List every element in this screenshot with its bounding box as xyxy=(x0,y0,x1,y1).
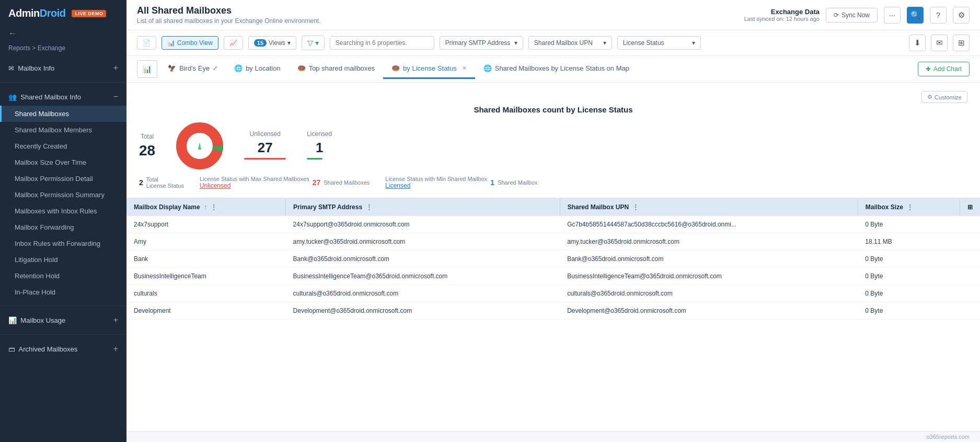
document-view-button[interactable]: 📄 xyxy=(137,36,156,50)
help-button[interactable]: ? xyxy=(930,7,947,24)
sidebar-item-inbox-rules-forwarding[interactable]: Inbox Rules with Forwarding xyxy=(0,235,126,252)
combo-view-button[interactable]: 📊 Combo View xyxy=(162,36,218,50)
shared-mailbox-upn-dropdown[interactable]: Shared Mailbox UPN ▾ xyxy=(528,36,612,50)
sidebar-item-mailbox-permission-detail[interactable]: Mailbox Permission Detail xyxy=(0,171,126,187)
cell-smtp: Bank@o365droid.onmicrosoft.com xyxy=(286,251,560,268)
more-options-button[interactable]: ··· xyxy=(884,7,901,24)
sidebar-item-litigation-hold[interactable]: Litigation Hold xyxy=(0,252,126,268)
sidebar-section-mailbox-info: ✉ Mailbox Info + xyxy=(0,56,126,80)
cell-smtp: amy.tucker@o365droid.onmicrosoft.com xyxy=(286,233,560,251)
upn-chevron-icon: ▾ xyxy=(603,39,606,47)
help-icon: ? xyxy=(936,10,940,19)
sidebar-item-mailbox-permission-summary[interactable]: Mailbox Permission Summary xyxy=(0,187,126,203)
customize-button[interactable]: ⚙ Customize xyxy=(921,91,967,103)
cell-name: culturals xyxy=(126,285,286,302)
email-button[interactable]: ✉ xyxy=(931,35,948,51)
add-chart-bar-icon[interactable]: 📊 xyxy=(137,60,157,78)
views-button[interactable]: 15 Views ▾ xyxy=(248,36,296,50)
settings-button[interactable]: ⚙ xyxy=(953,7,970,24)
col-menu-upn[interactable]: ⋮ xyxy=(632,203,639,211)
cell-name: 24x7support xyxy=(126,216,286,233)
search-button[interactable]: 🔍 xyxy=(907,7,924,24)
by-license-close-icon[interactable]: ✕ xyxy=(462,65,467,72)
unlicensed-bar xyxy=(244,158,286,160)
download-icon: ⬇ xyxy=(914,38,921,48)
add-chart-button[interactable]: ✚ Add Chart xyxy=(918,62,970,76)
download-button[interactable]: ⬇ xyxy=(909,35,926,51)
sidebar-item-recently-created[interactable]: Recently Created xyxy=(0,138,126,154)
stat-licensed: Licensed 1 xyxy=(307,130,332,162)
cell-smtp: BusinessIntelligenceTeam@o365droid.onmic… xyxy=(286,268,560,285)
gear-icon: ⚙ xyxy=(958,10,965,20)
donut-chart xyxy=(176,122,223,169)
min-name-link[interactable]: Licensed xyxy=(385,182,410,189)
col-display-name[interactable]: Mailbox Display Name ↑ ⋮ xyxy=(126,198,286,216)
sidebar-item-retention-hold[interactable]: Retention Hold xyxy=(0,268,126,284)
sidebar: AdminDroid LIVE DEMO ← Reports > Exchang… xyxy=(0,0,126,442)
col-size[interactable]: Mailbox Size ⋮ xyxy=(858,198,960,216)
tab-shared-map[interactable]: 🌐 Shared Mailboxes by License Status on … xyxy=(475,59,638,79)
tab-by-license[interactable]: 🍩 by License Status ✕ xyxy=(383,59,475,79)
shared-mailbox-toggle: − xyxy=(113,92,118,101)
birds-eye-icon: 🦅 xyxy=(168,64,176,72)
top-shared-icon: 🍩 xyxy=(297,64,306,72)
search-input[interactable] xyxy=(330,36,434,50)
max-name-link[interactable]: Unlicensed xyxy=(200,182,230,189)
filter-icon: ▽ xyxy=(307,39,313,47)
min-unit: Shared Mailbox xyxy=(498,179,537,186)
sidebar-section-usage-header[interactable]: 📊 Mailbox Usage + xyxy=(0,311,126,329)
table-row: Development Development@o365droid.onmicr… xyxy=(126,302,980,320)
toolbar: 📄 📊 Combo View 📈 15 Views ▾ ▽ ▾ Primary … xyxy=(126,30,980,56)
table-row: Amy amy.tucker@o365droid.onmicrosoft.com… xyxy=(126,233,980,251)
sidebar-back-button[interactable]: ← xyxy=(0,25,126,42)
sidebar-section-shared-header[interactable]: 👥 Shared Mailbox Info − xyxy=(0,88,126,106)
mailbox-info-label: ✉ Mailbox Info xyxy=(8,64,54,72)
data-table: Mailbox Display Name ↑ ⋮ Primary SMTP Ad… xyxy=(126,198,980,320)
col-menu-size[interactable]: ⋮ xyxy=(907,203,913,211)
chart-total: Total 28 xyxy=(139,133,155,159)
footer-brand: o365reports.com xyxy=(926,434,970,440)
cell-name: Development xyxy=(126,302,286,320)
filter-button[interactable]: ▽ ▾ xyxy=(302,36,325,50)
cell-size: 0 Byte xyxy=(858,216,960,233)
cell-action xyxy=(960,251,981,268)
map-icon: 🌐 xyxy=(483,64,492,72)
col-settings[interactable]: ⊞ xyxy=(960,198,981,216)
tab-by-location[interactable]: 🌐 by Location xyxy=(226,59,289,79)
columns-button[interactable]: ⊞ xyxy=(953,35,970,51)
max-count: 27 xyxy=(313,178,321,187)
chart-only-button[interactable]: 📈 xyxy=(224,36,243,50)
licensed-bar xyxy=(307,158,322,160)
sidebar-section-mailbox-info-header[interactable]: ✉ Mailbox Info + xyxy=(0,59,126,77)
license-status-dropdown[interactable]: License Status ▾ xyxy=(617,36,701,50)
total-license-count: 2 xyxy=(139,178,143,187)
sidebar-item-mailboxes-with-inbox-rules[interactable]: Mailboxes with Inbox Rules xyxy=(0,203,126,219)
sidebar-item-shared-mailbox-members[interactable]: Shared Mailbox Members xyxy=(0,122,126,138)
col-menu-display-name[interactable]: ⋮ xyxy=(211,203,217,211)
cell-upn: Development@o365droid.onmicrosoft.com xyxy=(560,302,858,320)
views-badge: 15 xyxy=(254,39,267,47)
cell-action xyxy=(960,285,981,302)
tab-top-shared[interactable]: 🍩 Top shared mailboxes xyxy=(289,59,383,79)
sidebar-item-in-place-hold[interactable]: In-Place Hold xyxy=(0,284,126,300)
table-row: BusinessIntelligenceTeam BusinessIntelli… xyxy=(126,268,980,285)
col-smtp[interactable]: Primary SMTP Address ⋮ xyxy=(286,198,560,216)
sidebar-item-mailbox-size-over-time[interactable]: Mailbox Size Over Time xyxy=(0,154,126,171)
primary-smtp-dropdown[interactable]: Primary SMTP Address ▾ xyxy=(440,36,523,50)
sidebar-item-mailbox-forwarding[interactable]: Mailbox Forwarding xyxy=(0,219,126,235)
sidebar-section-archived-header[interactable]: 🗃 Archived Mailboxes + xyxy=(0,340,126,358)
stat-unlicensed: Unlicensed 27 xyxy=(244,130,286,162)
cell-size: 0 Byte xyxy=(858,251,960,268)
table-row: 24x7support 24x7support@o365droid.onmicr… xyxy=(126,216,980,233)
page-title: All Shared Mailboxes xyxy=(137,5,321,16)
customize-gear-icon: ⚙ xyxy=(927,94,932,100)
sidebar-item-shared-mailboxes[interactable]: Shared Mailboxes xyxy=(0,106,126,122)
col-menu-smtp[interactable]: ⋮ xyxy=(366,203,372,211)
tab-birds-eye[interactable]: 🦅 Bird's Eye ⤢ xyxy=(159,59,226,79)
divider-1 xyxy=(0,82,126,83)
sync-now-button[interactable]: ⟳ Sync Now xyxy=(826,8,878,22)
views-chevron-icon: ▾ xyxy=(287,39,291,47)
col-upn[interactable]: Shared Mailbox UPN ⋮ xyxy=(560,198,858,216)
total-license-label: Total License Status xyxy=(146,176,184,189)
footer-total-license: 2 Total License Status xyxy=(139,176,184,189)
